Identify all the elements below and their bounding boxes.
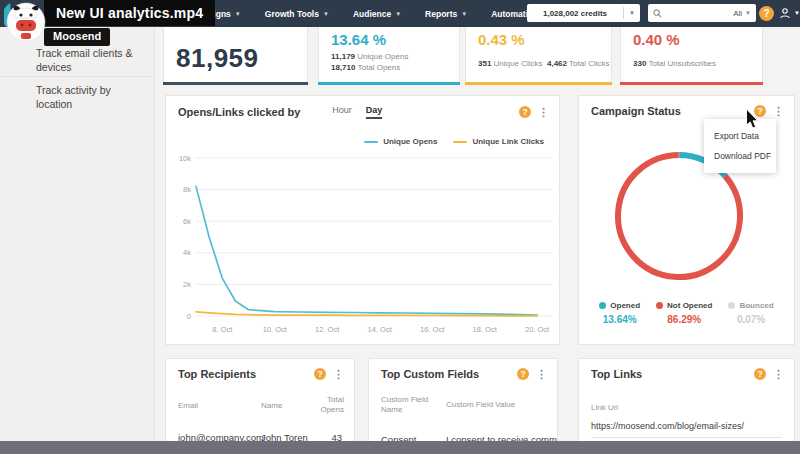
legend-label: Bounced bbox=[739, 301, 773, 310]
sent-total-value: 81,959 bbox=[176, 43, 259, 74]
link-url-cell[interactable]: https://moosend.com/blog/email-sizes/ bbox=[591, 421, 744, 431]
kebab-menu-icon[interactable]: ⋮ bbox=[773, 368, 784, 380]
legend-label: Opened bbox=[610, 301, 640, 310]
chevron-down-icon: ▼ bbox=[235, 11, 241, 17]
help-icon[interactable]: ? bbox=[517, 368, 529, 380]
help-button[interactable]: ? bbox=[759, 6, 774, 21]
nav-label: Audience bbox=[353, 9, 391, 19]
card-title: Top Links bbox=[591, 368, 642, 380]
cow-mascot-icon bbox=[4, 1, 46, 43]
menu-item-export-data[interactable]: Export Data bbox=[704, 126, 776, 146]
svg-text:0: 0 bbox=[187, 312, 191, 321]
col-header-custom-field-name: Custom Field Name bbox=[381, 395, 433, 415]
legend-unique-opens: Unique Opens bbox=[364, 137, 437, 146]
moosend-logo[interactable] bbox=[4, 1, 46, 43]
legend-bounced: Bounced 0.07% bbox=[728, 301, 773, 325]
legend-label: Not Opened bbox=[667, 301, 712, 310]
open-rate-value: 13.64 % bbox=[331, 31, 386, 48]
credits-value: 1,028,002 credits bbox=[527, 9, 623, 18]
kebab-menu-icon[interactable]: ⋮ bbox=[773, 105, 784, 117]
svg-text:12. Oct: 12. Oct bbox=[315, 325, 340, 334]
legend-label: Unique Opens bbox=[383, 137, 437, 146]
account-menu[interactable]: ▼ bbox=[779, 7, 800, 19]
col-header-email: Email bbox=[178, 401, 198, 411]
chevron-down-icon: ▼ bbox=[461, 11, 467, 17]
col-header-name: Name bbox=[261, 401, 282, 411]
chevron-down-icon: ▼ bbox=[624, 10, 640, 16]
search-icon bbox=[653, 9, 662, 18]
total-opens-line: 18,710 Total Opens bbox=[331, 63, 400, 72]
chevron-down-icon: ▼ bbox=[323, 11, 329, 17]
help-icon[interactable]: ? bbox=[519, 106, 531, 118]
bounced-dot bbox=[728, 302, 735, 309]
svg-text:20. Oct: 20. Oct bbox=[525, 325, 550, 334]
svg-text:4k: 4k bbox=[183, 248, 191, 257]
user-icon bbox=[779, 7, 791, 19]
stat-card-opens: 13.64 % 11,179 Unique Opens 18,710 Total… bbox=[318, 27, 460, 85]
not-opened-dot bbox=[656, 302, 663, 309]
total-clicks-label: Total Clicks bbox=[569, 59, 609, 68]
nav-item-growth-tools[interactable]: Growth Tools▼ bbox=[265, 9, 329, 19]
brand-tooltip: Moosend bbox=[44, 28, 110, 46]
svg-text:8k: 8k bbox=[183, 185, 191, 194]
opened-pct: 13.64% bbox=[599, 314, 640, 325]
bounced-pct: 0.07% bbox=[728, 314, 773, 325]
kebab-menu-icon[interactable]: ⋮ bbox=[536, 368, 547, 380]
kebab-menu-icon[interactable]: ⋮ bbox=[538, 106, 549, 118]
nav-item-audience[interactable]: Audience▼ bbox=[353, 9, 401, 19]
video-title-overlay: New UI analytics.mp4 bbox=[44, 0, 215, 26]
donut-legend: Opened 13.64% Not Opened 86.29% Bounced … bbox=[579, 301, 794, 325]
legend-label: Unique Link Clicks bbox=[472, 137, 544, 146]
campaign-status-card: Campaign Status ? ⋮ Opened 13.64% Not Op… bbox=[578, 95, 795, 345]
opened-dot bbox=[599, 302, 606, 309]
divider bbox=[0, 76, 154, 77]
menu-item-download-pdf[interactable]: Download PDF bbox=[704, 146, 776, 166]
card-title: Opens/Links clicked by bbox=[178, 106, 300, 118]
nav-label: Reports bbox=[425, 9, 457, 19]
col-header-link-url: Link Url bbox=[591, 403, 618, 413]
total-clicks-count: 4,462 bbox=[547, 59, 567, 68]
unique-opens-count: 11,179 bbox=[331, 52, 355, 61]
help-icon[interactable]: ? bbox=[314, 368, 326, 380]
kebab-menu-icon[interactable]: ⋮ bbox=[333, 368, 344, 380]
credits-dropdown[interactable]: 1,028,002 credits ▼ bbox=[527, 4, 640, 22]
search-filter-value: All bbox=[733, 9, 742, 18]
unsubscribes-count: 330 bbox=[633, 59, 646, 68]
opens-links-chart-card: Opens/Links clicked by Hour Day ? ⋮ Uniq… bbox=[165, 95, 560, 345]
top-custom-fields-card: Top Custom Fields ?⋮ Custom Field Name C… bbox=[368, 358, 558, 454]
nav-label: Growth Tools bbox=[265, 9, 319, 19]
sidebar-item-email-clients[interactable]: Track email clients & devices bbox=[36, 46, 144, 74]
unsubscribes-line: 330 Total Unsubscribes bbox=[633, 59, 716, 68]
unsubscribes-label: Total Unsubscribes bbox=[648, 59, 716, 68]
search-input[interactable] bbox=[665, 9, 730, 18]
main-navigation: Campaigns▼ Growth Tools▼ Audience▼ Repor… bbox=[185, 0, 538, 27]
search-bar: All ▼ bbox=[648, 4, 756, 22]
svg-text:14. Oct: 14. Oct bbox=[368, 325, 393, 334]
legend-not-opened: Not Opened 86.29% bbox=[656, 301, 712, 325]
unsubscribe-rate-value: 0.40 % bbox=[633, 31, 680, 48]
sidebar: Track email clients & devices Track acti… bbox=[0, 27, 155, 441]
chart-legend: Unique Opens Unique Link Clicks bbox=[364, 137, 544, 146]
unique-opens-label: Unique Opens bbox=[357, 52, 408, 61]
sidebar-item-activity-location[interactable]: Track activity by location bbox=[36, 83, 144, 111]
row-divider bbox=[591, 437, 782, 438]
stat-card-sent: 81,959 bbox=[163, 27, 308, 85]
dashboard-page: Campaigns▼ Growth Tools▼ Audience▼ Repor… bbox=[0, 0, 800, 454]
video-scrubber-bar[interactable] bbox=[0, 441, 800, 454]
yellow-line-swatch bbox=[453, 141, 467, 143]
chevron-down-icon[interactable]: ▼ bbox=[745, 10, 751, 16]
toggle-day[interactable]: Day bbox=[366, 105, 383, 119]
unique-clicks-count: 351 bbox=[478, 59, 491, 68]
col-header-total-opens: Total Opens bbox=[316, 395, 344, 415]
help-icon[interactable]: ? bbox=[754, 368, 766, 380]
chevron-down-icon: ▼ bbox=[794, 10, 800, 16]
hour-day-toggle: Hour Day bbox=[332, 105, 382, 119]
card-title: Top Recipients bbox=[178, 368, 256, 380]
nav-item-reports[interactable]: Reports▼ bbox=[425, 9, 467, 19]
toggle-hour[interactable]: Hour bbox=[332, 105, 352, 119]
top-links-card: Top Links ?⋮ Link Url https://moosend.co… bbox=[578, 358, 795, 454]
accent-bar bbox=[620, 82, 763, 85]
total-opens-count: 18,710 bbox=[331, 63, 355, 72]
clicks-line: 351 Unique Clicks 4,462 Total Clicks bbox=[478, 59, 610, 68]
legend-unique-link-clicks: Unique Link Clicks bbox=[453, 137, 544, 146]
